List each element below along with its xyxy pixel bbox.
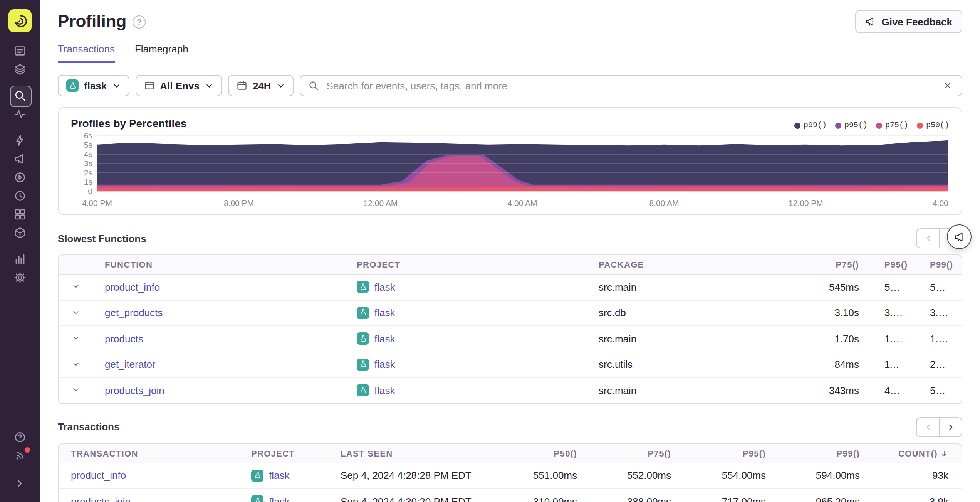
slowest-functions-panel: FUNCTIONPROJECTPACKAGEP75()P95()P99() pr… [58, 254, 962, 404]
function-link[interactable]: products [105, 333, 143, 345]
section-title: Slowest Functions [58, 232, 146, 244]
svg-text:3s: 3s [84, 159, 92, 168]
sidebar-item-projects[interactable] [8, 60, 32, 79]
project-link[interactable]: flask [374, 307, 395, 318]
project-link[interactable]: flask [374, 359, 395, 370]
sidebar-nav [8, 42, 32, 287]
project-link[interactable]: flask [269, 495, 289, 502]
tab-flamegraph[interactable]: Flamegraph [135, 40, 188, 63]
expand-row-button[interactable] [70, 359, 81, 370]
project-link[interactable]: flask [374, 384, 395, 396]
search-icon [308, 80, 319, 91]
sidebar-item-settings[interactable] [8, 268, 32, 287]
svg-text:4s: 4s [84, 150, 92, 158]
releases-icon [14, 227, 26, 239]
expand-row-button[interactable] [70, 281, 81, 293]
sidebar [0, 0, 40, 502]
transaction-link[interactable]: products_join [71, 496, 131, 502]
chevron-down-icon [205, 81, 213, 90]
column-header: P99() [918, 255, 962, 274]
project-link[interactable]: flask [374, 281, 395, 293]
expand-row-button[interactable] [70, 384, 81, 396]
legend-item[interactable]: p75() [876, 121, 908, 130]
p99-cell: 551ms [918, 274, 962, 300]
chart-legend: p99()p95()p75()p50() [794, 121, 949, 130]
function-link[interactable]: products_join [105, 385, 164, 396]
svg-text:5s: 5s [84, 140, 92, 149]
project-selector[interactable]: flask [58, 75, 129, 96]
previous-page-button[interactable] [916, 417, 939, 437]
date-range-selector[interactable]: 24H [228, 75, 294, 96]
p50-cell: 310.00ms [498, 489, 590, 502]
expand-row-button[interactable] [70, 307, 81, 318]
sidebar-item-help[interactable] [8, 428, 32, 446]
column-header: LAST SEEN [328, 444, 498, 463]
previous-page-button[interactable] [916, 228, 939, 248]
give-feedback-button[interactable]: Give Feedback [855, 10, 962, 33]
transaction-cell: products_join [59, 489, 239, 502]
flask-platform-icon [251, 495, 263, 502]
project-link[interactable]: flask [374, 333, 395, 344]
slowest-function-row: product_info flask src.main 545ms 549ms … [59, 274, 962, 300]
percentiles-area-chart: 01s2s3s4s5s6s4:00 PM8:00 PM12:00 AM4:00 … [71, 133, 949, 210]
sidebar-item-dashboards[interactable] [8, 205, 32, 224]
sidebar-item-explore[interactable] [8, 86, 32, 105]
profiles-chart-panel: Profiles by Percentiles p99()p95()p75()p… [58, 107, 962, 215]
project-cell: flask [344, 377, 586, 403]
sidebar-item-releases[interactable] [8, 224, 32, 242]
function-link[interactable]: get_iterator [105, 359, 156, 371]
sidebar-item-replays[interactable] [8, 168, 32, 187]
function-link[interactable]: get_products [105, 307, 163, 319]
next-page-button[interactable] [939, 417, 962, 437]
environment-selector[interactable]: All Envs [135, 75, 222, 96]
svg-text:0: 0 [88, 187, 92, 195]
legend-dot [794, 122, 800, 128]
p99-cell: 594.00ms [779, 463, 873, 489]
help-question-icon[interactable]: ? [133, 15, 146, 28]
sidebar-item-whats-new[interactable] [8, 446, 32, 465]
function-cell: products [92, 326, 344, 352]
sentry-logo[interactable] [8, 9, 32, 32]
svg-text:8:00 PM: 8:00 PM [224, 199, 254, 207]
sidebar-item-traces[interactable] [8, 105, 32, 123]
flask-platform-icon [357, 332, 369, 345]
p99-cell: 3.37s [918, 300, 962, 326]
legend-item[interactable]: p95() [835, 121, 868, 130]
svg-text:4:00 AM: 4:00 AM [507, 199, 537, 207]
sort-descending-icon [940, 448, 948, 458]
floating-feedback-button[interactable] [947, 224, 972, 249]
dashboards-icon [14, 208, 26, 221]
sidebar-item-expand[interactable] [8, 474, 32, 493]
column-header: TRANSACTION [59, 444, 239, 463]
column-header-count-sorted[interactable]: COUNT() [873, 444, 962, 463]
transaction-link[interactable]: product_info [71, 470, 126, 482]
stats-icon [14, 253, 26, 265]
svg-text:2s: 2s [84, 168, 92, 177]
clear-search-icon[interactable] [941, 79, 954, 92]
sidebar-item-issues[interactable] [8, 42, 32, 60]
p95-cell: 483ms [872, 377, 918, 403]
p99-cell: 965.20ms [779, 489, 873, 502]
sidebar-item-feedback[interactable] [8, 150, 32, 168]
p95-cell: 1.78s [872, 326, 918, 352]
chevron-down-icon [112, 81, 121, 90]
search-input[interactable] [325, 79, 935, 92]
sidebar-item-crons[interactable] [8, 187, 32, 205]
project-cell: flask [239, 463, 328, 489]
transactions-table: TRANSACTIONPROJECTLAST SEENP50()P75()P95… [59, 444, 962, 502]
legend-item[interactable]: p50() [917, 121, 949, 130]
megaphone-icon [953, 231, 965, 243]
feedback-icon [14, 153, 26, 165]
legend-item[interactable]: p99() [794, 121, 827, 130]
sidebar-item-insights[interactable] [8, 131, 32, 150]
settings-icon [14, 271, 26, 284]
project-cell: flask [344, 352, 586, 377]
p75-cell: 343ms [811, 377, 872, 403]
sidebar-item-stats[interactable] [8, 250, 32, 268]
legend-dot [835, 122, 841, 128]
function-link[interactable]: product_info [105, 281, 160, 293]
expand-row-button[interactable] [70, 333, 81, 344]
p99-cell: 595ms [918, 377, 962, 403]
tab-transactions[interactable]: Transactions [58, 40, 115, 63]
project-link[interactable]: flask [269, 470, 289, 481]
